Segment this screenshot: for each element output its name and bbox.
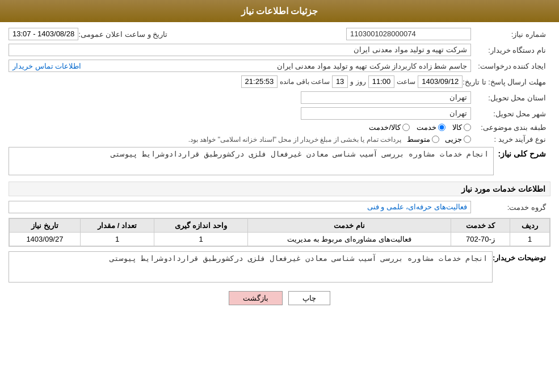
ostan-value: تهران: [301, 91, 471, 104]
kala-label: کالا: [452, 123, 462, 132]
shomareNiaz-label: شماره نیاز:: [471, 30, 550, 39]
baghimande-value: 21:25:53: [241, 75, 278, 88]
mohlatErsal-label: مهلت ارسال پاسخ: تا تاریخ:: [463, 78, 550, 86]
ostan-row: استان محل تحویل: تهران: [9, 91, 550, 104]
col-radif: ردیف: [510, 219, 550, 233]
jozii-radio[interactable]: [464, 136, 471, 143]
toshihat-container: [9, 251, 493, 284]
ijadKonande-label: ایجاد کننده درخواست:: [471, 62, 550, 70]
saat-value: 11:00: [368, 75, 395, 88]
kalaKhadamat-radio[interactable]: [402, 124, 410, 131]
baghimande-label: ساعت باقی مانده: [280, 78, 330, 86]
button-row: چاپ بازگشت: [9, 291, 550, 305]
groupKhadamat-link[interactable]: فعالیت‌های حرفه‌ای، علمی و فنی: [367, 203, 467, 211]
toshihat-row: توضیحات خریدار:: [9, 251, 550, 284]
services-table-container: ردیف کد خدمت نام خدمت واحد اندازه گیری ت…: [9, 218, 550, 247]
col-vahed: واحد اندازه گیری: [154, 219, 248, 233]
page-title: جزئیات اطلاعات نیاز: [241, 6, 318, 16]
back-button[interactable]: بازگشت: [229, 291, 283, 305]
tabaqe-row: طبقه بندی موضوعی: کالا خدمت کالا/خدمت: [9, 123, 550, 132]
toshihat-textarea: [9, 251, 493, 283]
tabaqe-label: طبقه بندی موضوعی:: [471, 123, 550, 132]
purchase-type-options: جزیی متوسط پرداخت تمام یا بخشی از مبلغ خ…: [9, 135, 471, 144]
table-row: 1 ز-70-702 فعالیت‌های مشاوره‌ای مربوط به…: [10, 233, 550, 246]
sharhKoli-textarea: [9, 147, 494, 175]
tabaqe-options: کالا خدمت کالا/خدمت: [9, 123, 471, 132]
print-button[interactable]: چاپ: [288, 291, 330, 305]
ijadKonande-row: ایجاد کننده درخواست: جاسم شط زاده کاربرد…: [9, 60, 550, 72]
sharhKoli-label: شرح کلی نیاز:: [494, 147, 550, 158]
tarikhElan-value: 1403/08/28 - 13:07: [9, 28, 78, 40]
motevaset-radio[interactable]: [432, 136, 439, 143]
khadamat-label: خدمت: [417, 123, 436, 132]
groupKhadamat-value: فعالیت‌های حرفه‌ای، علمی و فنی: [9, 201, 471, 213]
jozii-option: جزیی: [445, 135, 471, 144]
col-kod: کد خدمت: [451, 219, 510, 233]
shahr-value: تهران: [301, 107, 471, 120]
groupKhadamat-row: گروه خدمت: فعالیت‌های حرفه‌ای، علمی و فن…: [9, 201, 550, 213]
groupKhadamat-label: گروه خدمت:: [471, 203, 550, 212]
motevaset-label: متوسط: [407, 135, 430, 144]
cell-name: فعالیت‌های مشاوره‌ای مربوط به مدیریت: [247, 233, 451, 246]
infoServices-header: اطلاعات خدمات مورد نیاز: [9, 182, 550, 196]
rooz-value: 13: [332, 75, 348, 88]
ijadKonande-value: جاسم شط زاده کاربرداز شرکت تهیه و تولید …: [277, 62, 467, 70]
sharhKoli-row: شرح کلی نیاز:: [9, 147, 550, 177]
table-header-row: ردیف کد خدمت نام خدمت واحد اندازه گیری ت…: [10, 219, 550, 233]
namDastgah-value: شرکت تهیه و تولید مواد معدنی ایران: [9, 44, 471, 56]
col-tedad: تعداد / مقدار: [80, 219, 154, 233]
col-name: نام خدمت: [247, 219, 451, 233]
noeFarayand-label: نوع فرآیند خرید :: [471, 135, 550, 144]
infoServices-title: اطلاعات خدمات مورد نیاز: [461, 184, 545, 193]
cell-kod: ز-70-702: [451, 233, 510, 246]
khadamat-radio[interactable]: [438, 124, 445, 131]
namDastgah-label: نام دستگاه خریدار:: [471, 46, 550, 54]
khadamat-option: خدمت: [417, 123, 445, 132]
page-header: جزئیات اطلاعات نیاز: [0, 0, 559, 22]
ostan-label: استان محل تحویل:: [471, 94, 550, 102]
kala-radio[interactable]: [464, 124, 471, 131]
kala-option: کالا: [452, 123, 471, 132]
niaz-number-row: شماره نیاز: 1103001028000074 تاریخ و ساع…: [9, 28, 550, 40]
mohlatErsal-dates: 1403/09/12 ساعت 11:00 روز و 13 ساعت باقی…: [9, 75, 463, 88]
kalaKhadamat-label: کالا/خدمت: [369, 123, 401, 132]
motevaset-option: متوسط: [407, 135, 439, 144]
shomareNiaz-value: 1103001028000074: [346, 28, 471, 40]
main-date: 1403/09/12: [418, 75, 463, 88]
rooz-label: روز و: [350, 78, 365, 86]
toshihat-label: توضیحات خریدار:: [493, 251, 550, 262]
shahr-row: شهر محل تحویل: تهران: [9, 107, 550, 120]
ijadKonande-container: جاسم شط زاده کاربرداز شرکت تهیه و تولید …: [9, 60, 471, 72]
cell-tarikh: 1403/09/27: [10, 233, 81, 246]
ijadKonande-link[interactable]: اطلاعات تماس خریدار: [12, 62, 81, 70]
services-table: ردیف کد خدمت نام خدمت واحد اندازه گیری ت…: [9, 218, 550, 246]
mohlatErsal-row: مهلت ارسال پاسخ: تا تاریخ: 1403/09/12 سا…: [9, 75, 550, 88]
cell-vahed: 1: [154, 233, 248, 246]
col-tarikh: تاریخ نیاز: [10, 219, 81, 233]
jozii-label: جزیی: [445, 135, 462, 144]
shahr-label: شهر محل تحویل:: [471, 109, 550, 118]
tarikhElan-label: تاریخ و ساعت اعلان عمومی:: [78, 30, 172, 39]
kalaKhadamat-option: کالا/خدمت: [369, 123, 410, 132]
noeFarayand-row: نوع فرآیند خرید : جزیی متوسط پرداخت تمام…: [9, 135, 550, 144]
purchase-note: پرداخت تمام یا بخشی از مبلغ خریدار از مح…: [188, 136, 401, 144]
cell-tedad: 1: [80, 233, 154, 246]
namDastgah-row: نام دستگاه خریدار: شرکت تهیه و تولید موا…: [9, 44, 550, 56]
saat-label: ساعت: [397, 78, 415, 86]
sharhKoli-container: [9, 147, 494, 177]
cell-radif: 1: [510, 233, 550, 246]
